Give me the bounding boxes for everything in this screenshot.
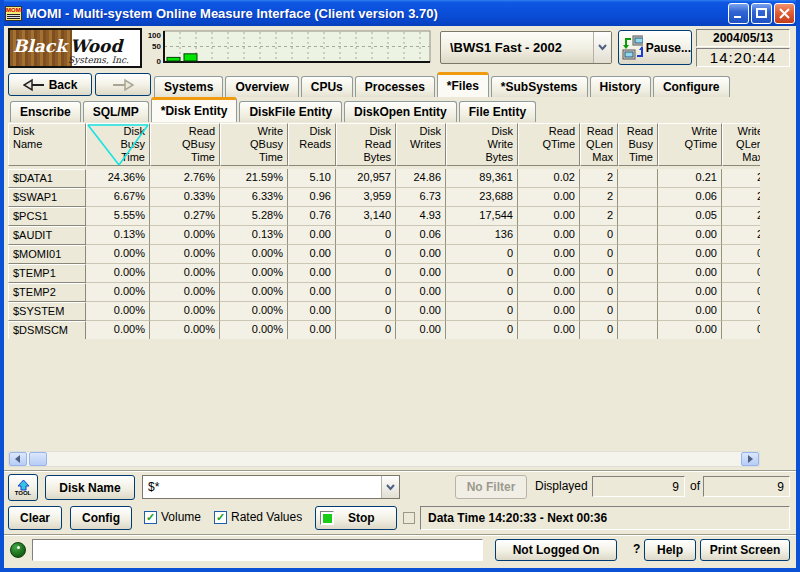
status-pin-checkbox[interactable]: [403, 512, 415, 524]
table-cell: 0.00: [658, 245, 722, 264]
table-cell: 0: [446, 264, 518, 283]
table-cell: 2: [722, 226, 760, 245]
pause-button[interactable]: Pause...: [618, 30, 692, 65]
system-select-dropdown-button[interactable]: [593, 32, 611, 63]
tab-subsystems[interactable]: *SubSystems: [491, 76, 588, 97]
disk-name-cell[interactable]: $SYSTEM: [8, 302, 86, 321]
table-cell: 0: [446, 283, 518, 302]
disk-name-cell[interactable]: $MOMI01: [8, 245, 86, 264]
column-header-read-qtime[interactable]: Read QTime: [518, 123, 580, 166]
help-button[interactable]: Help: [644, 539, 696, 561]
maximize-button[interactable]: [751, 3, 772, 24]
volume-checkbox[interactable]: ✓: [144, 511, 157, 524]
window-title: MOMI - Multi-system Online Measure Inter…: [26, 6, 728, 21]
disk-name-cell[interactable]: $DATA1: [8, 169, 86, 188]
subtab-diskopen-entity[interactable]: DiskOpen Entity: [344, 101, 457, 122]
subtab-disk-entity[interactable]: *Disk Entity: [151, 97, 238, 122]
chevron-down-icon: [386, 484, 395, 491]
table-cell: 0: [446, 302, 518, 321]
table-cell: 2: [580, 188, 618, 207]
scrollbar-thumb[interactable]: [29, 452, 47, 466]
table-cell: 0: [722, 264, 760, 283]
column-header-disk-write-bytes[interactable]: Disk Write Bytes: [446, 123, 518, 166]
stop-label: Stop: [348, 511, 375, 525]
table-cell: 0.00: [658, 226, 722, 245]
tab-cpus[interactable]: CPUs: [301, 76, 353, 97]
volume-checkbox-label: Volume: [161, 510, 201, 524]
total-count-field: 9: [703, 476, 790, 497]
column-header-write-qlen-max[interactable]: Write QLen Max: [722, 123, 760, 166]
subtab-sql-mp[interactable]: SQL/MP: [83, 101, 149, 122]
subtab-enscribe[interactable]: Enscribe: [10, 101, 81, 122]
column-header-disk-writes[interactable]: Disk Writes: [396, 123, 446, 166]
table-cell: 0.00: [518, 283, 580, 302]
tab-files[interactable]: *Files: [437, 72, 489, 97]
filter-pattern-value: $*: [143, 480, 381, 494]
disk-name-cell[interactable]: $DSMSCM: [8, 321, 86, 339]
tab-configure[interactable]: Configure: [653, 76, 730, 97]
disk-name-cell[interactable]: $TEMP1: [8, 264, 86, 283]
disk-name-cell[interactable]: $TEMP2: [8, 283, 86, 302]
column-header-write-qtime[interactable]: Write QTime: [658, 123, 722, 166]
table-cell: 0.13%: [86, 226, 150, 245]
close-icon: [779, 8, 790, 19]
back-button[interactable]: Back: [8, 73, 92, 96]
column-header-read-busy-time[interactable]: Read Busy Time: [618, 123, 658, 166]
disk-name-cell[interactable]: $AUDIT: [8, 226, 86, 245]
scrollbar-track[interactable]: [47, 452, 741, 466]
subtab-diskfile-entity[interactable]: DiskFile Entity: [239, 101, 342, 122]
minimize-button[interactable]: [728, 3, 749, 24]
system-select-combobox[interactable]: \BWS1 Fast - 2002: [440, 31, 612, 64]
column-header-write-qbusy-time[interactable]: Write QBusy Time: [220, 123, 288, 166]
table-cell: 0.00: [288, 302, 336, 321]
table-cell: 0.00: [658, 264, 722, 283]
forward-button[interactable]: [95, 73, 151, 96]
table-cell: 0: [336, 321, 396, 339]
title-bar[interactable]: MOMI MOMI - Multi-system Online Measure …: [0, 0, 800, 26]
config-button[interactable]: Config: [70, 506, 132, 530]
table-row: $AUDIT0.13%0.00%0.13%0.0000.061360.0000.…: [8, 226, 760, 245]
table-cell: 0.00%: [86, 264, 150, 283]
column-header-disk-name[interactable]: Disk Name: [8, 123, 86, 166]
table-cell: 0.00: [518, 264, 580, 283]
table-cell: 0.00%: [86, 245, 150, 264]
filter-dropdown-button[interactable]: [381, 476, 399, 498]
print-screen-button[interactable]: Print Screen: [700, 539, 790, 561]
table-cell: 5.55%: [86, 207, 150, 226]
scroll-left-button[interactable]: [9, 452, 27, 466]
clear-button[interactable]: Clear: [8, 506, 62, 530]
tab-history[interactable]: History: [590, 76, 651, 97]
close-button[interactable]: [774, 3, 795, 24]
filter-pattern-combobox[interactable]: $*: [142, 475, 400, 499]
column-header-read-qlen-max[interactable]: Read QLen Max: [580, 123, 618, 166]
minimize-icon: [733, 8, 744, 19]
column-header-disk-read-bytes[interactable]: Disk Read Bytes: [336, 123, 396, 166]
table-cell: 0: [336, 245, 396, 264]
table-cell: 0.00: [288, 245, 336, 264]
stop-button[interactable]: Stop: [315, 506, 397, 530]
no-filter-button: No Filter: [455, 475, 527, 499]
tab-systems[interactable]: Systems: [154, 76, 223, 97]
column-header-read-qbusy-time[interactable]: Read QBusy Time: [150, 123, 220, 166]
tool-button[interactable]: TOOL: [8, 474, 38, 501]
disk-name-cell[interactable]: $PCS1: [8, 207, 86, 226]
displayed-count-field: 9: [592, 476, 685, 497]
subtab-file-entity[interactable]: File Entity: [459, 101, 536, 122]
table-cell: 0.00%: [150, 245, 220, 264]
column-header-disk-busy-time[interactable]: Disk Busy Time: [86, 123, 150, 166]
disk-name-cell[interactable]: $SWAP1: [8, 188, 86, 207]
table-cell: 5.28%: [220, 207, 288, 226]
tab-overview[interactable]: Overview: [225, 76, 298, 97]
horizontal-scrollbar[interactable]: [8, 451, 760, 467]
not-logged-on-button[interactable]: Not Logged On: [495, 539, 617, 561]
table-cell: 5.10: [288, 169, 336, 188]
logo-text-sub: Systems, Inc.: [68, 55, 129, 65]
table-cell: 24.86: [396, 169, 446, 188]
scroll-right-button[interactable]: [741, 452, 759, 466]
tab-processes[interactable]: Processes: [355, 76, 435, 97]
column-header-disk-reads[interactable]: Disk Reads: [288, 123, 336, 166]
filter-bar: TOOL Disk Name $* No Filter Displayed 9 …: [4, 474, 796, 502]
data-time-status: Data Time 14:20:33 - Next 00:36: [420, 506, 790, 530]
disk-name-filter-button[interactable]: Disk Name: [45, 475, 135, 500]
rated-values-checkbox[interactable]: ✓: [214, 511, 227, 524]
